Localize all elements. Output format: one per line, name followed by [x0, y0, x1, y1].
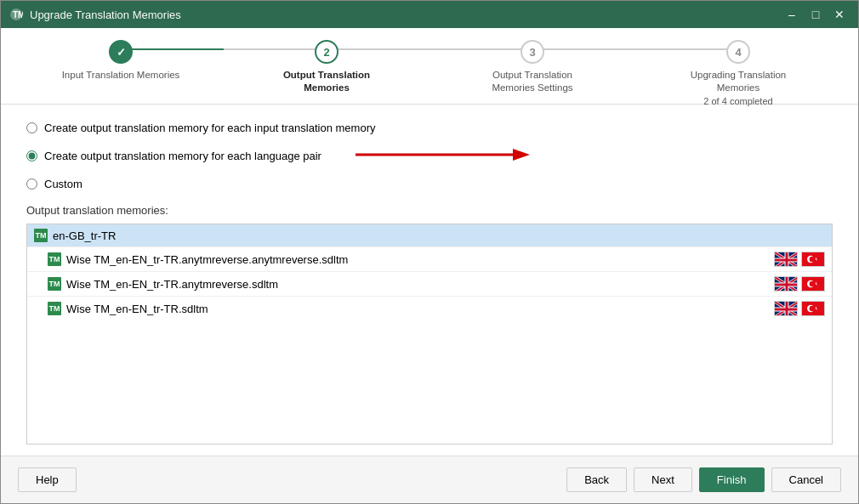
- step-1-circle: ✓: [109, 40, 133, 64]
- radio-input-1[interactable]: [26, 122, 37, 133]
- tm-item-1-flags: [774, 276, 825, 292]
- flag-uk-2: [774, 301, 798, 316]
- window-controls: – □ ✕: [782, 4, 850, 25]
- tm-item-1-icon: TM: [48, 277, 61, 291]
- tm-item-1-name: Wise TM_en-EN_tr-TR.anytmreverse.sdltm: [66, 278, 769, 291]
- tm-item-0[interactable]: TM Wise TM_en-EN_tr-TR.anytmreverse.anyt…: [27, 246, 832, 271]
- step-2-label: Output Translation Memories: [267, 69, 386, 94]
- footer-right: Back Next Finish Cancel: [566, 467, 841, 492]
- svg-point-12: [810, 281, 816, 287]
- step-4-label: Upgrading Translation Memories: [679, 69, 798, 94]
- step-4-number: 4: [735, 46, 741, 59]
- radio-input-2[interactable]: [26, 150, 37, 161]
- svg-point-7: [810, 257, 816, 263]
- step-4-status: 2 of 4 completed: [703, 96, 772, 106]
- footer-left: Help: [18, 467, 566, 492]
- tm-item-2-flags: [774, 301, 825, 316]
- tm-group-icon: TM: [34, 229, 48, 242]
- step-2-number: 2: [323, 46, 329, 59]
- flag-uk-1: [774, 276, 798, 292]
- step-2-circle: 2: [315, 40, 338, 64]
- close-button[interactable]: ✕: [829, 4, 850, 25]
- flag-tr-0: [801, 252, 825, 267]
- tm-item-0-icon: TM: [48, 252, 61, 266]
- wizard-steps: ✓ Input Translation Memories 2 Output Tr…: [1, 28, 858, 105]
- tm-item-2[interactable]: TM Wise TM_en-EN_tr-TR.sdltm: [27, 296, 832, 320]
- cancel-button[interactable]: Cancel: [771, 467, 841, 492]
- main-window: TM Upgrade Translation Memories – □ ✕ ✓ …: [0, 0, 859, 504]
- svg-point-17: [810, 306, 816, 312]
- tm-item-1[interactable]: TM Wise TM_en-EN_tr-TR.anytmreverse.sdlt…: [27, 271, 832, 296]
- step-3-circle: 3: [521, 40, 544, 64]
- step-3-label: Output Translation Memories Settings: [473, 69, 592, 94]
- arrow-svg: [347, 143, 534, 167]
- radio-input-3[interactable]: [26, 178, 37, 190]
- tm-item-0-name: Wise TM_en-EN_tr-TR.anytmreverse.anytmre…: [66, 253, 769, 266]
- maximize-button[interactable]: □: [805, 4, 826, 25]
- step-4: 4 Upgrading Translation Memories 2 of 4 …: [635, 28, 841, 106]
- flag-uk-0: [774, 252, 798, 267]
- radio-group: Create output translation memory for eac…: [26, 122, 833, 190]
- step-2: 2 Output Translation Memories: [224, 28, 430, 94]
- tm-list[interactable]: TM en-GB_tr-TR TM Wise TM_en-EN_tr-TR.an…: [26, 224, 833, 445]
- next-button[interactable]: Next: [634, 467, 692, 492]
- tm-item-2-name: Wise TM_en-EN_tr-TR.sdltm: [66, 303, 769, 315]
- footer: Help Back Next Finish Cancel: [1, 456, 858, 503]
- help-button[interactable]: Help: [18, 467, 77, 492]
- red-arrow-indicator: [347, 143, 534, 169]
- radio-label-2[interactable]: Create output translation memory for eac…: [44, 150, 321, 162]
- title-bar: TM Upgrade Translation Memories – □ ✕: [1, 1, 858, 28]
- radio-label-1[interactable]: Create output translation memory for eac…: [44, 122, 375, 134]
- finish-button[interactable]: Finish: [699, 467, 765, 492]
- step-1: ✓ Input Translation Memories: [18, 28, 224, 82]
- step-4-circle: 4: [726, 40, 750, 64]
- radio-label-3[interactable]: Custom: [44, 178, 82, 190]
- tm-item-0-flags: [774, 252, 825, 267]
- step-3: 3 Output Translation Memories Settings: [430, 28, 635, 94]
- svg-text:TM: TM: [13, 10, 23, 20]
- radio-option-3[interactable]: Custom: [26, 178, 833, 190]
- flag-tr-1: [801, 276, 825, 292]
- svg-marker-3: [513, 149, 530, 161]
- section-label: Output translation memories:: [26, 204, 833, 217]
- content-area: Create output translation memory for eac…: [1, 105, 858, 456]
- step-1-label: Input Translation Memories: [62, 69, 180, 82]
- tm-group-name: en-GB_tr-TR: [53, 229, 116, 242]
- window-title: Upgrade Translation Memories: [30, 8, 775, 21]
- check-icon: ✓: [117, 46, 126, 59]
- app-icon: TM: [9, 8, 23, 21]
- tm-group-header: TM en-GB_tr-TR: [27, 224, 832, 246]
- back-button[interactable]: Back: [566, 467, 627, 492]
- tm-item-2-icon: TM: [48, 302, 61, 315]
- step-3-number: 3: [529, 46, 535, 59]
- flag-tr-2: [801, 301, 825, 316]
- radio-option-2-row: Create output translation memory for eac…: [26, 143, 833, 169]
- radio-option-2[interactable]: Create output translation memory for eac…: [26, 150, 321, 162]
- radio-option-1[interactable]: Create output translation memory for eac…: [26, 122, 833, 134]
- minimize-button[interactable]: –: [782, 4, 802, 25]
